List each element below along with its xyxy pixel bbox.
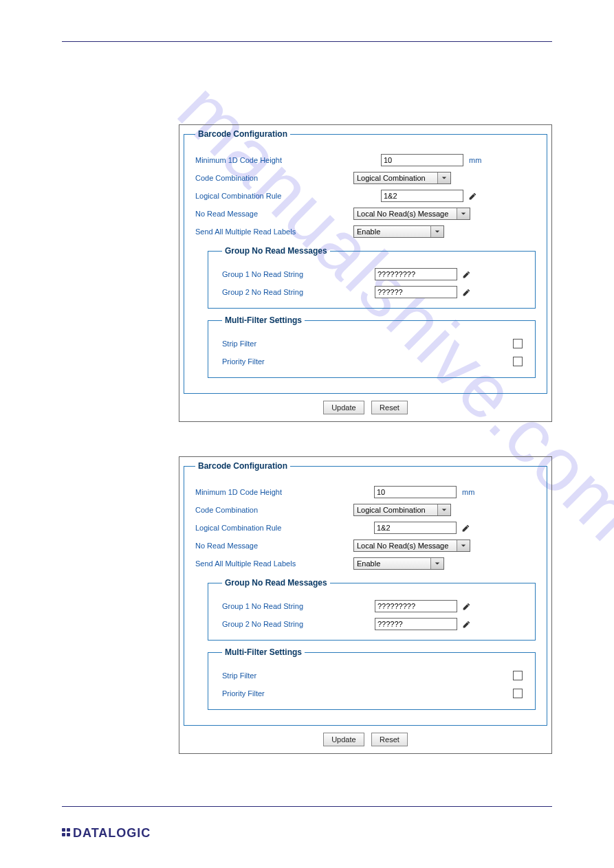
chevron-down-icon	[457, 208, 470, 219]
barcode-config-panel-1: Barcode Configuration Minimum 1D Code He…	[179, 124, 552, 422]
label-priority-filter: Priority Filter	[222, 689, 360, 698]
pencil-icon[interactable]	[461, 619, 471, 629]
min-1d-height-input[interactable]	[381, 154, 463, 166]
pencil-icon[interactable]	[461, 601, 471, 611]
label-group2-no-read-string: Group 2 No Read String	[222, 620, 375, 628]
chevron-down-icon	[430, 558, 443, 569]
label-logical-combination-rule: Logical Combination Rule	[195, 192, 353, 200]
header-divider	[62, 41, 552, 42]
label-priority-filter: Priority Filter	[222, 357, 360, 366]
label-strip-filter: Strip Filter	[222, 671, 360, 680]
group2-no-read-string-input[interactable]	[375, 286, 457, 298]
label-group2-no-read-string: Group 2 No Read String	[222, 288, 375, 296]
group1-no-read-string-input[interactable]	[375, 268, 457, 280]
multi-filter-settings-title: Multi-Filter Settings	[222, 315, 305, 325]
label-group1-no-read-string: Group 1 No Read String	[222, 602, 375, 610]
unit-mm: mm	[469, 156, 481, 164]
strip-filter-checkbox[interactable]	[513, 671, 523, 680]
strip-filter-checkbox[interactable]	[513, 339, 523, 348]
barcode-config-panel-2: Barcode Configuration Minimum 1D Code He…	[179, 456, 552, 754]
send-all-labels-select[interactable]: Enable	[353, 557, 444, 570]
label-group1-no-read-string: Group 1 No Read String	[222, 270, 375, 278]
code-combination-select[interactable]: Logical Combination	[353, 504, 451, 516]
group2-no-read-string-input[interactable]	[375, 618, 457, 630]
label-send-all-multiple-read-labels: Send All Multiple Read Labels	[195, 559, 353, 568]
chevron-down-icon	[437, 173, 450, 183]
label-send-all-multiple-read-labels: Send All Multiple Read Labels	[195, 227, 353, 236]
label-min-1d-height: Minimum 1D Code Height	[195, 156, 353, 164]
reset-button[interactable]: Reset	[371, 401, 408, 414]
label-no-read-message: No Read Message	[195, 210, 353, 218]
datalogic-logo: DATALOGIC	[62, 826, 151, 841]
unit-mm: mm	[462, 488, 474, 496]
pencil-icon[interactable]	[461, 287, 471, 297]
send-all-labels-select[interactable]: Enable	[353, 225, 444, 238]
update-button[interactable]: Update	[323, 401, 364, 414]
label-code-combination: Code Combination	[195, 174, 353, 182]
logo-icon	[62, 828, 72, 838]
update-button[interactable]: Update	[323, 733, 364, 746]
panel-title: Barcode Configuration	[195, 461, 290, 471]
panel-title: Barcode Configuration	[195, 129, 290, 139]
logical-combination-rule-input[interactable]	[381, 190, 463, 202]
multi-filter-settings-title: Multi-Filter Settings	[222, 647, 305, 657]
footer-divider	[62, 806, 552, 807]
pencil-icon[interactable]	[461, 269, 471, 279]
pencil-icon[interactable]	[468, 191, 477, 201]
label-min-1d-height: Minimum 1D Code Height	[195, 488, 353, 496]
group-no-read-messages-title: Group No Read Messages	[222, 246, 330, 256]
logical-combination-rule-input[interactable]	[374, 522, 457, 534]
chevron-down-icon	[457, 540, 470, 551]
label-logical-combination-rule: Logical Combination Rule	[195, 524, 353, 532]
group1-no-read-string-input[interactable]	[375, 600, 457, 612]
chevron-down-icon	[430, 226, 443, 237]
label-strip-filter: Strip Filter	[222, 340, 360, 348]
code-combination-select[interactable]: Logical Combination	[353, 172, 451, 184]
group-no-read-messages-title: Group No Read Messages	[222, 578, 330, 588]
no-read-message-select[interactable]: Local No Read(s) Message	[353, 539, 470, 552]
priority-filter-checkbox[interactable]	[513, 689, 523, 698]
label-code-combination: Code Combination	[195, 506, 353, 514]
priority-filter-checkbox[interactable]	[513, 357, 523, 366]
reset-button[interactable]: Reset	[371, 733, 408, 746]
chevron-down-icon	[437, 504, 450, 515]
no-read-message-select[interactable]: Local No Read(s) Message	[353, 208, 470, 220]
min-1d-height-input[interactable]	[374, 486, 457, 498]
label-no-read-message: No Read Message	[195, 542, 353, 550]
pencil-icon[interactable]	[461, 523, 470, 533]
